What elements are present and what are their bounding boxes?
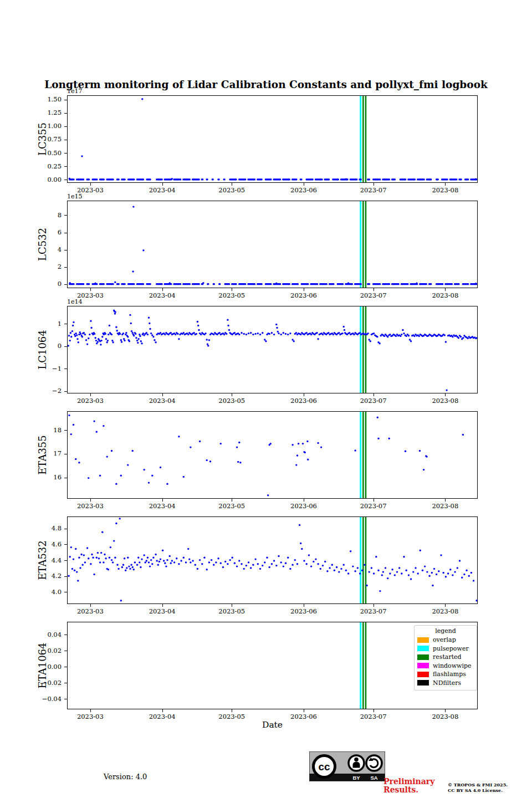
data-point xyxy=(91,554,93,555)
subplot-canvas-ETA532 xyxy=(68,517,477,603)
data-point xyxy=(151,475,153,477)
data-point xyxy=(74,335,76,337)
data-point xyxy=(86,343,88,345)
cc-logo-icon: cc xyxy=(314,756,335,777)
data-point xyxy=(150,559,152,561)
data-point xyxy=(243,333,245,335)
x-tick-label: 2023-04 xyxy=(143,502,182,510)
baseline-segment xyxy=(257,283,263,285)
data-point xyxy=(152,336,154,337)
baseline-segment xyxy=(417,178,425,180)
x-tick-mark xyxy=(90,499,91,502)
x-tick-mark xyxy=(445,499,446,502)
data-point xyxy=(387,336,388,337)
data-point xyxy=(394,574,396,576)
baseline-segment xyxy=(247,283,255,285)
data-point xyxy=(440,554,442,556)
data-point xyxy=(111,334,112,335)
data-point xyxy=(462,337,464,339)
data-point xyxy=(68,415,70,416)
data-point xyxy=(264,561,265,563)
data-point xyxy=(370,340,371,342)
data-point xyxy=(248,561,249,563)
data-point xyxy=(338,571,340,572)
baseline-segment xyxy=(218,283,221,285)
data-point xyxy=(132,270,134,272)
event-line-pulsepower xyxy=(360,96,361,182)
x-tick-mark xyxy=(162,393,163,396)
baseline-segment xyxy=(291,283,299,285)
baseline-segment xyxy=(407,178,416,180)
data-point xyxy=(462,434,464,436)
data-point xyxy=(192,560,193,561)
data-point xyxy=(119,333,121,335)
x-tick-mark xyxy=(304,709,304,712)
data-point xyxy=(229,559,231,561)
data-point xyxy=(406,335,407,337)
data-point xyxy=(158,561,160,562)
data-point xyxy=(209,461,211,462)
legend-label: flashlamps xyxy=(433,671,466,678)
y-tick-mark xyxy=(64,180,67,180)
y-axis-label-ETA355: ETA355 xyxy=(37,435,48,475)
data-point xyxy=(377,438,379,439)
cc-sa-arrow-icon xyxy=(366,755,382,771)
legend-entry-flashlamps: flashlamps xyxy=(417,670,474,679)
data-point xyxy=(147,334,149,335)
data-point xyxy=(78,462,80,463)
y-tick-label: 4.8 xyxy=(33,524,62,532)
data-point xyxy=(296,454,298,456)
y-tick-mark xyxy=(64,100,67,100)
data-point xyxy=(111,340,113,341)
data-point xyxy=(84,561,86,563)
x-tick-label: 2023-08 xyxy=(426,186,464,194)
data-point xyxy=(77,580,79,581)
data-point xyxy=(127,464,129,466)
x-tick-label: 2023-07 xyxy=(354,607,393,615)
data-point xyxy=(160,467,161,468)
data-point xyxy=(96,431,98,433)
data-point xyxy=(295,332,297,334)
data-point xyxy=(141,558,142,560)
x-tick-mark xyxy=(90,288,91,291)
data-point xyxy=(206,569,208,570)
data-point xyxy=(208,561,210,563)
baseline-segment xyxy=(146,178,151,180)
data-point xyxy=(369,571,370,572)
data-point xyxy=(445,341,447,342)
y-tick-mark xyxy=(64,215,67,216)
data-point xyxy=(201,563,203,565)
data-point xyxy=(88,557,89,559)
data-point xyxy=(299,524,300,526)
baseline-segment xyxy=(212,178,214,180)
baseline-segment xyxy=(86,178,90,180)
x-tick-label: 2023-03 xyxy=(71,397,110,405)
data-point xyxy=(267,494,269,496)
x-tick-mark xyxy=(162,183,163,186)
data-point xyxy=(157,564,159,566)
baseline-segment xyxy=(238,178,246,180)
data-point xyxy=(103,561,104,563)
data-point xyxy=(423,469,424,470)
data-point xyxy=(73,558,74,560)
baseline-segment xyxy=(99,178,105,180)
y-tick-label: 4.0 xyxy=(33,588,62,596)
data-point xyxy=(262,565,263,566)
y-axis-label-LC355: LC355 xyxy=(37,122,48,156)
baseline-segment xyxy=(207,283,209,285)
data-point xyxy=(354,449,356,451)
figure-page: Longterm monitoring of Lidar Calibration… xyxy=(0,0,532,798)
data-point xyxy=(126,567,127,569)
data-point xyxy=(76,338,78,340)
y-tick-mark xyxy=(64,576,67,577)
data-point xyxy=(79,567,81,569)
data-point xyxy=(101,531,103,533)
data-point xyxy=(198,329,200,331)
data-point xyxy=(270,443,272,444)
preliminary-results-text: Preliminary Results. xyxy=(383,777,434,794)
data-point xyxy=(200,334,202,335)
data-points xyxy=(69,98,477,180)
x-tick-label: 2023-05 xyxy=(212,186,251,194)
data-point xyxy=(95,283,96,284)
data-point xyxy=(306,441,308,442)
